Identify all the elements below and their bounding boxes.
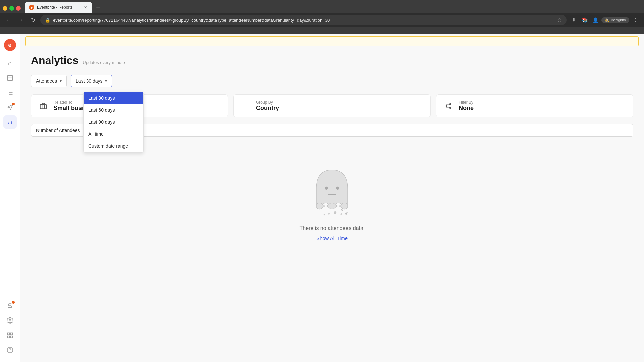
- related-to-icon: [38, 101, 49, 111]
- tab-title: Eventbrite - Reports: [37, 5, 80, 10]
- svg-point-34: [334, 211, 337, 214]
- profile-icon[interactable]: 👤: [591, 15, 600, 25]
- sidebar-item-apps[interactable]: [3, 328, 17, 342]
- svg-text:✦: ✦: [344, 211, 348, 217]
- downloads-icon[interactable]: ⬇: [569, 15, 579, 25]
- reload-button[interactable]: ↻: [28, 15, 38, 25]
- attendees-chevron-icon: ▾: [60, 79, 62, 83]
- attendees-dropdown[interactable]: Attendees ▾: [31, 75, 67, 87]
- filters-row: Attendees ▾ Last 30 days ▾ Last 30 days …: [31, 75, 633, 87]
- group-by-card[interactable]: Group By Country: [233, 94, 431, 117]
- bookmarks-icon[interactable]: 📚: [580, 15, 589, 25]
- tab-favicon: e: [29, 5, 34, 10]
- sidebar-item-home[interactable]: ⌂: [3, 56, 17, 70]
- notification-banner: [25, 36, 639, 46]
- page-header: Analytics Updates every minute: [31, 54, 633, 67]
- svg-rect-21: [40, 104, 46, 109]
- empty-state: ✕ ✦ There is no attendees data. Show All…: [31, 143, 633, 261]
- svg-text:✕: ✕: [340, 207, 344, 213]
- address-bar[interactable]: 🔒 eventbrite.com/reporting/776711644437/…: [40, 15, 567, 25]
- minimize-button[interactable]: [3, 6, 7, 11]
- filter-by-icon: [443, 101, 454, 111]
- sidebar-item-help[interactable]: [3, 343, 17, 357]
- close-button[interactable]: [16, 6, 21, 11]
- sidebar-item-finance[interactable]: [3, 299, 17, 312]
- sidebar-item-analytics[interactable]: [3, 115, 17, 129]
- svg-point-33: [328, 213, 330, 215]
- filter-by-value: None: [459, 105, 474, 112]
- group-by-icon: [240, 101, 251, 111]
- bookmark-icon[interactable]: ☆: [557, 17, 562, 23]
- show-all-time-link[interactable]: Show All Time: [316, 235, 348, 241]
- empty-message: There is no attendees data.: [300, 225, 365, 231]
- page-title: Analytics: [31, 54, 78, 67]
- back-button[interactable]: ←: [4, 15, 13, 25]
- svg-rect-16: [10, 333, 12, 335]
- svg-point-31: [336, 187, 339, 190]
- secure-icon: 🔒: [45, 18, 50, 23]
- svg-point-38: [324, 214, 325, 216]
- svg-rect-0: [7, 75, 12, 80]
- menu-icon[interactable]: ⋮: [631, 15, 640, 25]
- ghost-illustration: ✕ ✦: [309, 164, 356, 217]
- date-range-dropdown[interactable]: Last 30 days ▾: [71, 75, 112, 87]
- maximize-button[interactable]: [9, 6, 14, 11]
- date-range-label: Last 30 days: [76, 78, 102, 84]
- svg-point-28: [446, 105, 447, 107]
- sidebar-item-settings[interactable]: [3, 314, 17, 327]
- dropdown-option-last-30[interactable]: Last 30 days: [84, 92, 143, 104]
- svg-rect-15: [7, 333, 9, 335]
- svg-point-29: [450, 107, 451, 108]
- group-by-value: Country: [256, 105, 279, 112]
- svg-point-30: [325, 187, 328, 190]
- dropdown-option-last-60[interactable]: Last 60 days: [84, 104, 143, 116]
- update-subtitle: Updates every minute: [83, 60, 125, 65]
- forward-button[interactable]: →: [16, 15, 25, 25]
- svg-point-14: [9, 320, 11, 321]
- filter-by-label: Filter By: [459, 100, 474, 105]
- group-by-label: Group By: [256, 100, 279, 105]
- dropdown-option-all-time[interactable]: All time: [84, 128, 143, 140]
- date-range-dropdown-menu: Last 30 days Last 60 days Last 90 days A…: [83, 92, 144, 153]
- svg-rect-18: [7, 336, 9, 338]
- sidebar-logo[interactable]: e: [4, 39, 16, 51]
- filter-by-card[interactable]: Filter By None: [436, 94, 633, 117]
- dropdown-option-custom[interactable]: Custom date range: [84, 140, 143, 152]
- incognito-badge: 🕵 Incognito: [601, 17, 629, 23]
- date-range-chevron-icon: ▾: [105, 79, 107, 83]
- sidebar: e ⌂: [0, 34, 20, 362]
- sidebar-item-calendar[interactable]: [3, 71, 17, 84]
- svg-point-35: [340, 213, 342, 215]
- svg-rect-17: [10, 336, 12, 338]
- data-type-label: Number of Attendees: [36, 128, 80, 133]
- tab-close-button[interactable]: ✕: [83, 5, 88, 10]
- svg-point-27: [450, 103, 451, 105]
- new-tab-button[interactable]: +: [93, 3, 103, 13]
- address-text: eventbrite.com/reporting/776711644437/an…: [53, 18, 555, 23]
- dropdown-option-last-90[interactable]: Last 90 days: [84, 116, 143, 128]
- sidebar-item-list[interactable]: [3, 86, 17, 99]
- active-tab[interactable]: e Eventbrite - Reports ✕: [25, 2, 92, 13]
- incognito-icon: 🕵: [605, 18, 609, 22]
- attendees-label: Attendees: [36, 78, 57, 84]
- svg-point-39: [346, 212, 348, 213]
- sidebar-item-megaphone[interactable]: [3, 101, 17, 114]
- content-area: Analytics Updates every minute Attendees…: [20, 34, 644, 362]
